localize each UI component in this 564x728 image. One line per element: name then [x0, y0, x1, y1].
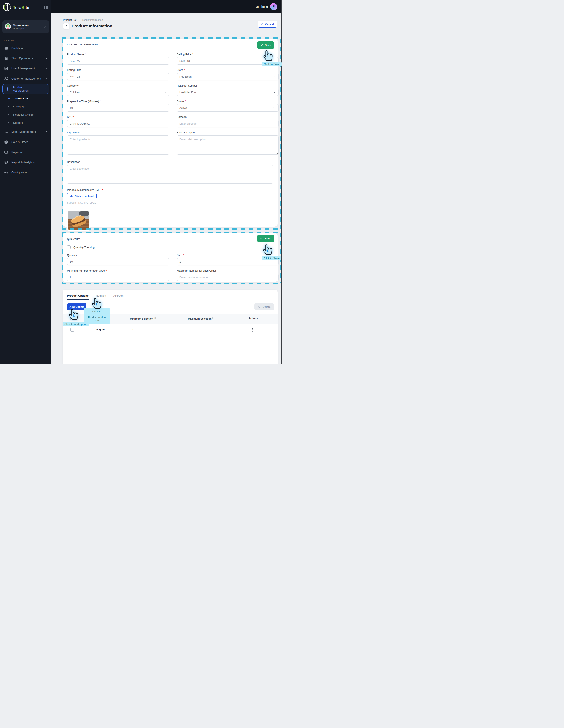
barcode-label: Barcode — [177, 115, 279, 118]
status-select[interactable]: Active — [177, 104, 279, 112]
sidebar-item-product-management[interactable]: Product Management — [2, 84, 49, 94]
product-name-label: Product Name — [67, 53, 169, 56]
listing-price-label: Listing Price — [67, 68, 169, 71]
sku-label: SKU — [67, 115, 169, 118]
chevron-down-icon — [43, 88, 46, 90]
gear-icon — [4, 170, 8, 174]
tenant-card[interactable]: Tenant name Description — [2, 20, 49, 33]
description-textarea[interactable] — [67, 165, 273, 184]
wallet-icon — [4, 150, 8, 154]
dashboard-icon — [4, 46, 8, 50]
tenant-description: Description — [13, 27, 42, 30]
tooltip-click-to-save-2: Click to Save — [262, 256, 281, 260]
cursor-hand-icon-save-2 — [263, 244, 272, 255]
sidebar-subitem-product-list[interactable]: Product List — [0, 94, 51, 102]
check-icon — [260, 44, 263, 47]
chevron-down-icon — [164, 91, 167, 94]
sidebar-item-sale-order[interactable]: Sale & Order — [0, 137, 51, 147]
customers-icon — [4, 77, 8, 81]
sidebar-item-store-operations[interactable]: Store Operations — [0, 53, 51, 63]
row-actions-menu[interactable] — [250, 327, 255, 332]
window-edge — [281, 0, 282, 364]
chevron-right-icon — [45, 57, 48, 60]
close-icon — [261, 23, 263, 26]
sidebar-section-label: GENERAL — [4, 39, 51, 42]
sidebar-item-customer-management[interactable]: Customer Management — [0, 74, 51, 84]
quantity-save-button[interactable]: Save — [257, 235, 274, 242]
cancel-button[interactable]: Cancel — [258, 21, 277, 28]
healthier-symbol-select[interactable]: Healthier Food — [177, 89, 279, 96]
table-row[interactable]: Veggie 1 2 — [63, 324, 278, 336]
general-information-card: GENERAL INFORMATION Save Product Name Se… — [63, 39, 278, 227]
category-select[interactable]: Chicken — [67, 89, 169, 96]
store-icon — [4, 56, 8, 60]
chevron-down-icon — [273, 106, 276, 109]
info-icon[interactable]: i — [212, 317, 214, 319]
min-order-label: Minimum Number for each Order — [67, 269, 169, 272]
user-icon — [4, 66, 8, 70]
cursor-hand-icon-tab — [92, 298, 102, 309]
preparation-time-input[interactable] — [67, 104, 169, 112]
sidebar-subitem-healthier-choice[interactable]: Healthier Choice — [0, 111, 51, 119]
user-menu[interactable]: Vu Phung F — [255, 0, 277, 13]
user-avatar[interactable]: F — [270, 3, 277, 10]
max-order-label: Maximum Number for each Order — [177, 269, 279, 272]
breadcrumb-product-list[interactable]: Product List — [63, 18, 76, 21]
upload-icon — [70, 195, 73, 198]
listing-price-input[interactable]: SGD15 — [67, 73, 169, 80]
col-actions: Actions — [248, 317, 258, 320]
status-label: Status — [177, 100, 279, 103]
analytics-board-icon — [4, 160, 8, 164]
annotation-dash-bottom-2 — [62, 283, 281, 284]
sidebar-subitem-nutrient[interactable]: Nutrient — [0, 119, 51, 127]
store-field: Store Red Bean — [177, 68, 279, 80]
ingredients-textarea[interactable] — [67, 135, 169, 155]
max-order-input[interactable] — [177, 274, 279, 281]
breadcrumb-separator: • — [78, 19, 79, 21]
general-info-save-button[interactable]: Save — [257, 41, 274, 49]
page-title: Product Information — [72, 24, 112, 28]
store-select[interactable]: Red Bean — [177, 73, 279, 80]
back-button[interactable] — [63, 23, 69, 29]
breadcrumb-product-information: Product Information — [81, 18, 103, 21]
tab-product-options[interactable]: Product Options — [67, 294, 89, 300]
svg-text:2: 2 — [5, 132, 5, 133]
quantity-label: Quantity — [67, 253, 169, 257]
store-label: Store — [177, 68, 279, 71]
row-checkbox[interactable] — [71, 328, 74, 331]
quantity-input[interactable] — [67, 258, 169, 265]
sidebar: TeraBite Tenant name Description GENERAL… — [0, 0, 51, 364]
sidebar-item-report-analytics[interactable]: Report & Analytics — [0, 157, 51, 167]
description-field: Description — [67, 160, 273, 184]
sidebar-item-configuration[interactable]: Configuration — [0, 167, 51, 178]
min-order-input[interactable] — [67, 274, 169, 281]
row-minimum-selection: 1 — [132, 328, 133, 331]
upload-button[interactable]: Click to upload — [67, 193, 97, 199]
status-field: Status Active — [177, 100, 279, 112]
sidebar-item-menu-management[interactable]: 12 Menu Management — [0, 127, 51, 137]
brief-description-textarea[interactable] — [177, 135, 279, 155]
row-option-group: Veggie — [96, 328, 105, 331]
sidebar-collapse-icon[interactable] — [44, 6, 48, 9]
barcode-input[interactable] — [177, 120, 279, 127]
sidebar-item-dashboard[interactable]: Dashboard — [0, 43, 51, 53]
sidebar-subitem-category[interactable]: Category — [0, 102, 51, 111]
healthier-symbol-field: Healthier Symbol Healthier Food — [177, 84, 279, 96]
tab-allergen[interactable]: Allergen — [113, 294, 124, 300]
info-icon[interactable]: i — [154, 317, 156, 319]
brief-description-field: Brief Description — [177, 131, 279, 155]
tooltip-click-to-save-1: Click to Save — [262, 62, 282, 66]
sidebar-item-user-management[interactable]: User Management — [0, 63, 51, 74]
quantity-tracking-checkbox[interactable] — [67, 245, 71, 249]
chevron-down-icon — [273, 75, 276, 78]
sidebar-item-payment[interactable]: Payment — [0, 147, 51, 157]
dot-icon — [8, 106, 9, 107]
barcode-field: Barcode — [177, 115, 279, 127]
tenant-name: Tenant name — [13, 24, 42, 27]
sku-input[interactable] — [67, 120, 169, 127]
brand: TeraBite — [3, 3, 29, 12]
product-image-thumbnail[interactable] — [67, 210, 90, 231]
chevron-right-icon — [45, 130, 48, 133]
product-name-input[interactable] — [67, 57, 169, 65]
delete-button[interactable]: Delete — [254, 303, 274, 310]
